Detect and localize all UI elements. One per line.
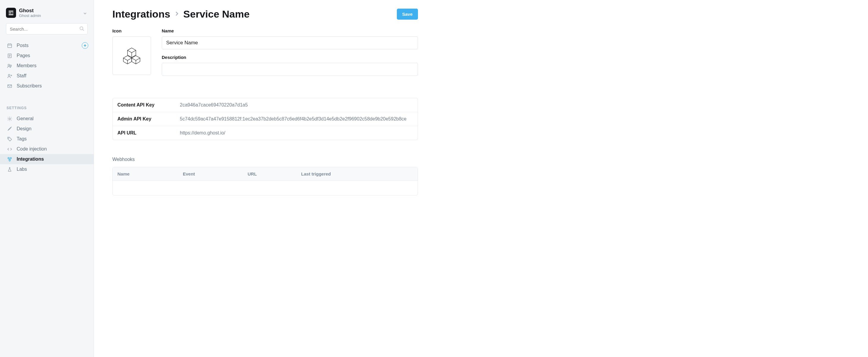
sidebar-item-label: Subscribers [17,83,42,89]
table-row[interactable]: API URL https://demo.ghost.io/ [113,126,417,140]
sidebar-item-label: Integrations [17,156,44,162]
table-row[interactable]: Admin API Key 5c74dc59ac47a47e9158812f:1… [113,112,417,126]
api-row-label: API URL [117,130,180,136]
sidebar-item-label: Design [17,126,32,131]
search-icon [80,26,84,32]
description-label: Description [162,55,418,60]
sidebar-header[interactable]: Ghost Ghost admin [0,6,94,23]
sidebar-item-label: Code injection [17,146,47,152]
api-row-value: 2ca946a7cace69470220a7d1a5 [180,102,413,108]
chevron-down-icon[interactable] [83,11,87,17]
main: Integrations Service Name Save Icon [94,0,868,357]
save-button[interactable]: Save [397,9,418,20]
sidebar-item-label: Pages [17,53,30,58]
staff-icon [6,73,12,79]
svg-rect-6 [7,44,11,48]
flask-icon [6,167,12,172]
pages-icon [6,53,12,58]
webhooks-table: Name Event URL Last triggered [112,167,418,196]
code-icon [6,147,12,152]
brand-logo [6,8,16,18]
sidebar-item-tags[interactable]: Tags [0,134,94,144]
sidebar-item-labs[interactable]: Labs [0,164,94,174]
sidebar-item-staff[interactable]: Staff [0,71,94,81]
name-input[interactable] [162,36,418,49]
api-row-value: https://demo.ghost.io/ [180,130,413,136]
webhooks-col-event: Event [183,171,248,176]
svg-line-27 [9,158,9,160]
sidebar-item-pages[interactable]: Pages [0,51,94,61]
webhooks-body [113,181,417,195]
api-row-label: Content API Key [117,102,180,108]
nav-main: Posts Pages Members Staff Subscribers [0,39,94,92]
webhooks-heading: Webhooks [112,157,418,162]
gear-icon [6,116,12,121]
name-label: Name [162,28,418,33]
webhooks-col-url: URL [248,171,301,176]
search-wrap [0,23,94,39]
api-row-label: Admin API Key [117,116,180,122]
integration-icon-upload[interactable] [112,36,151,75]
breadcrumb-leaf: Service Name [183,8,250,20]
svg-marker-31 [123,56,132,60]
table-row[interactable]: Content API Key 2ca946a7cace69470220a7d1… [113,98,417,112]
svg-point-17 [10,65,11,66]
brand-text: Ghost Ghost admin [19,8,41,18]
webhooks-col-name: Name [117,171,183,176]
svg-point-22 [9,118,10,120]
svg-marker-33 [132,56,140,60]
calendar-icon [6,43,12,48]
sidebar-item-members[interactable]: Members [0,61,94,71]
svg-rect-2 [12,12,13,13]
svg-line-28 [10,158,10,160]
sidebar-item-integrations[interactable]: Integrations [0,154,94,164]
webhooks-header-row: Name Event URL Last triggered [113,167,417,181]
sidebar-item-label: Posts [17,43,29,48]
search-input[interactable] [6,23,88,34]
svg-line-5 [83,29,84,31]
sidebar-item-label: Members [17,63,37,68]
sidebar: Ghost Ghost admin Posts Pages [0,0,94,357]
integration-form: Icon [112,28,418,81]
chevron-right-icon [174,11,180,18]
sidebar-item-code-injection[interactable]: Code injection [0,144,94,154]
svg-rect-3 [9,14,13,15]
sidebar-item-posts[interactable]: Posts [0,40,94,51]
svg-marker-29 [127,48,136,53]
brand-title: Ghost [19,8,41,14]
breadcrumb-root[interactable]: Integrations [112,8,170,20]
brush-icon [6,126,12,131]
svg-point-23 [8,138,9,138]
boxes-icon [123,47,141,65]
add-post-button[interactable] [82,42,88,49]
sidebar-item-label: Staff [17,73,27,79]
sidebar-item-design[interactable]: Design [0,124,94,134]
page-header: Integrations Service Name Save [112,8,418,20]
sidebar-item-label: Tags [17,136,27,142]
brand-subtitle: Ghost admin [19,14,41,18]
svg-point-16 [8,64,9,66]
breadcrumb: Integrations Service Name [112,8,250,20]
svg-rect-21 [7,85,11,87]
integration-icon [6,157,12,162]
nav-settings: General Design Tags Code injection Integ… [0,113,94,176]
sidebar-item-subscribers[interactable]: Subscribers [0,81,94,91]
icon-label: Icon [112,28,151,33]
tag-icon [6,137,12,142]
members-icon [6,63,12,68]
sidebar-item-label: General [17,116,34,121]
settings-heading: SETTINGS [0,92,94,113]
sidebar-item-label: Labs [17,167,27,172]
svg-rect-0 [9,11,13,11]
mail-icon [6,84,12,89]
svg-rect-1 [9,12,11,13]
webhooks-col-last: Last triggered [301,171,413,176]
description-input[interactable] [162,63,418,76]
svg-point-4 [80,27,83,30]
api-row-value: 5c74dc59ac47a47e9158812f:1ec2ea37b2deb5c… [180,116,413,122]
sidebar-item-general[interactable]: General [0,114,94,124]
api-keys-table: Content API Key 2ca946a7cace69470220a7d1… [112,98,418,140]
svg-point-18 [8,75,10,76]
